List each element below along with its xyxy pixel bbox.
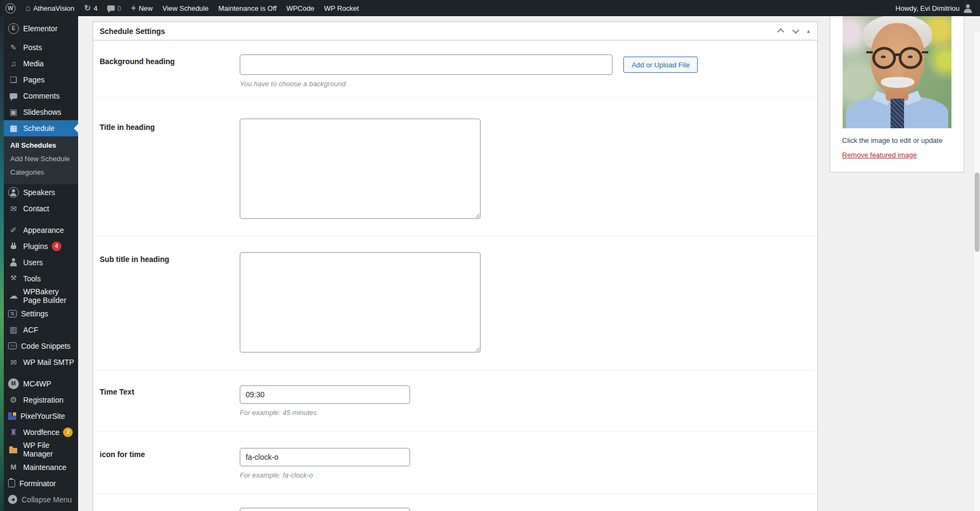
sidebar-item-label: Speakers	[23, 188, 55, 197]
sidebar-item-pixelyoursite[interactable]: PixelYourSite	[4, 408, 78, 424]
admin-sidebar: Elementor Posts Media Pages Comments Sli…	[4, 16, 78, 511]
clipboard-icon	[8, 479, 15, 487]
featured-image-caption: Click the image to edit or update	[842, 136, 952, 144]
field-row-partial	[93, 494, 817, 511]
background-heading-input[interactable]	[240, 54, 613, 75]
sidebar-item-label: Plugins	[23, 242, 48, 251]
sidebar-item-label: Settings	[21, 309, 48, 318]
portrait-tie	[891, 99, 904, 128]
new-content-menu[interactable]: New	[131, 3, 152, 13]
sub-title-in-heading-textarea[interactable]	[240, 252, 481, 353]
sidebar-item-label: Wordfence	[23, 428, 59, 437]
featured-image-thumbnail[interactable]	[843, 16, 951, 128]
maintenance-menu[interactable]: Maintenance is Off	[218, 4, 276, 12]
sidebar-item-acf[interactable]: ACF	[4, 322, 78, 338]
title-in-heading-textarea[interactable]	[240, 119, 481, 219]
field-control: For example: 45 minutes	[240, 370, 817, 431]
admin-bar-left-group: AthenaVision 4 0 New View Schedule Maint…	[0, 3, 359, 13]
icon-for-time-input[interactable]	[240, 448, 410, 466]
sidebar-item-wordfence[interactable]: Wordfence 2	[4, 424, 78, 440]
pixel-grid-icon	[8, 412, 16, 420]
sidebar-item-forminator[interactable]: Forminator	[4, 475, 78, 492]
comments-bubble-icon	[107, 5, 115, 11]
wordpress-logo-icon	[5, 3, 16, 13]
sidebar-item-schedule[interactable]: Schedule	[4, 120, 78, 136]
plug-icon	[8, 241, 19, 252]
updates-menu[interactable]: 4	[84, 3, 98, 13]
plugins-update-badge: 4	[52, 241, 61, 251]
wp-rocket-menu[interactable]: WP Rocket	[324, 4, 359, 12]
sidebar-item-label: Comments	[23, 92, 60, 100]
sidebar-item-label: Posts	[23, 43, 42, 52]
featured-image-panel: Click the image to edit or update Remove…	[830, 16, 964, 172]
schedule-settings-header: Schedule Settings ▲	[93, 22, 817, 40]
sidebar-item-plugins[interactable]: Plugins 4	[4, 238, 78, 254]
sidebar-item-label: Tools	[23, 274, 41, 283]
view-schedule-menu[interactable]: View Schedule	[162, 4, 208, 12]
collapse-menu-button[interactable]: Collapse Menu	[4, 492, 78, 508]
sidebar-item-appearance[interactable]: Appearance	[4, 222, 78, 238]
sidebar-item-wp-mail-smtp[interactable]: WP Mail SMTP	[4, 354, 78, 370]
portrait-glasses-bridge	[894, 53, 902, 56]
sidebar-item-label: WP File Manager	[23, 441, 76, 458]
maintenance-m-icon	[8, 462, 19, 473]
field-control	[240, 494, 817, 511]
site-name-menu[interactable]: AthenaVision	[25, 3, 74, 13]
cloud-icon	[8, 291, 19, 301]
sidebar-item-tools[interactable]: Tools	[4, 271, 78, 287]
field-label	[100, 494, 240, 511]
speaker-person-icon	[8, 187, 19, 198]
sidebar-item-users[interactable]: Users	[4, 254, 78, 271]
updates-count: 4	[94, 4, 98, 12]
home-icon	[25, 3, 31, 13]
page-scrollbar-thumb[interactable]	[975, 172, 979, 252]
user-icon	[8, 257, 19, 268]
wp-rocket-label: WP Rocket	[324, 4, 359, 12]
menu-separator	[4, 217, 78, 222]
wpcode-menu[interactable]: WPCode	[286, 4, 314, 12]
sidebar-item-slideshows[interactable]: Slideshows	[4, 104, 78, 120]
sidebar-item-code-snippets[interactable]: Code Snippets	[4, 338, 78, 354]
avatar-icon	[963, 4, 972, 13]
move-down-icon[interactable]	[793, 27, 800, 34]
menu-separator	[4, 370, 78, 376]
sidebar-item-registration[interactable]: Registration	[4, 392, 78, 408]
sidebar-item-media[interactable]: Media	[4, 56, 78, 72]
maintenance-label: Maintenance is Off	[218, 4, 276, 12]
mail-arrow-icon	[8, 357, 19, 368]
time-text-input[interactable]	[240, 385, 410, 404]
plus-icon	[131, 3, 136, 13]
add-or-upload-file-button[interactable]: Add or Upload File	[623, 57, 698, 73]
calendar-icon	[8, 123, 19, 134]
move-up-icon[interactable]	[777, 29, 784, 36]
comments-count: 0	[117, 4, 121, 12]
partial-bottom-input[interactable]	[240, 508, 410, 511]
submenu-item-add-new-schedule[interactable]: Add New Schedule	[4, 152, 78, 165]
sidebar-item-maintenance[interactable]: Maintenance	[4, 459, 78, 475]
my-account-menu[interactable]: Howdy, Evi Dimitriou	[895, 4, 980, 13]
sidebar-item-pages[interactable]: Pages	[4, 72, 78, 88]
portrait-glasses-arm	[922, 51, 928, 53]
sidebar-item-mc4wp[interactable]: MC4WP	[4, 376, 78, 392]
sidebar-item-speakers[interactable]: Speakers	[4, 184, 78, 201]
sidebar-item-wp-file-manager[interactable]: WP File Manager	[4, 440, 78, 459]
mc4wp-icon	[8, 378, 19, 389]
sidebar-item-comments[interactable]: Comments	[4, 88, 78, 104]
sidebar-item-wpbakery[interactable]: WPBakery Page Builder	[4, 287, 78, 306]
sidebar-item-label: Maintenance	[23, 463, 66, 472]
sidebar-item-label: MC4WP	[23, 379, 51, 388]
submenu-item-categories[interactable]: Categories	[4, 165, 78, 179]
sidebar-item-contact[interactable]: Contact	[4, 201, 78, 217]
sidebar-item-settings[interactable]: Settings	[4, 306, 78, 322]
comments-menu[interactable]: 0	[107, 4, 121, 12]
sidebar-item-label: Code Snippets	[21, 342, 71, 350]
gear-icon	[8, 395, 19, 405]
remove-featured-image-link[interactable]: Remove featured image	[842, 151, 917, 159]
sidebar-item-elementor[interactable]: Elementor	[4, 20, 78, 37]
wordpress-logo-menu[interactable]	[5, 3, 16, 13]
page-scrollbar-track[interactable]	[973, 32, 980, 511]
field-label: Background heading	[100, 40, 240, 97]
toggle-panel-icon[interactable]: ▲	[806, 29, 811, 34]
submenu-item-all-schedules[interactable]: All Schedules	[4, 139, 78, 152]
sidebar-item-posts[interactable]: Posts	[4, 39, 78, 56]
